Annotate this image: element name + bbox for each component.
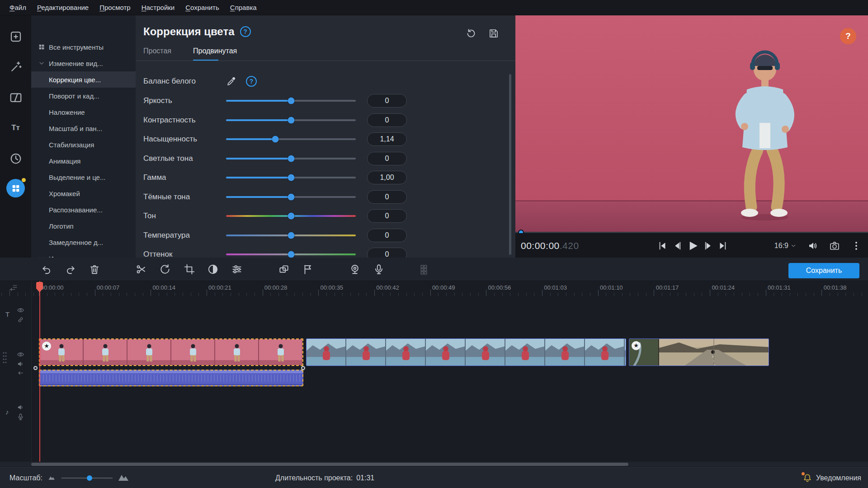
slider-thumb[interactable] <box>288 251 294 258</box>
microphone-record-icon[interactable] <box>373 263 385 275</box>
menu-item[interactable]: Сохранить <box>185 4 219 11</box>
audio-link-handle-left[interactable] <box>33 366 38 370</box>
cut-scissors-icon[interactable] <box>135 263 147 275</box>
import-media-icon[interactable] <box>8 28 24 44</box>
slider-thumb[interactable] <box>288 232 294 239</box>
slider[interactable] <box>226 173 356 182</box>
tool-panel-item[interactable]: Коррекция цве... <box>31 71 136 88</box>
title-track-visibility-eye-icon[interactable] <box>17 306 24 314</box>
slider[interactable] <box>226 231 356 240</box>
grid-view-icon[interactable] <box>419 263 431 275</box>
title-track-link-icon[interactable] <box>17 316 24 324</box>
slider-thumb[interactable] <box>272 136 279 143</box>
slider-thumb[interactable] <box>288 98 294 104</box>
tool-panel-item[interactable]: Стабилизация <box>31 136 136 153</box>
slider-thumb[interactable] <box>288 155 294 162</box>
slider-thumb[interactable] <box>288 193 294 200</box>
notifications-button[interactable]: Уведомления <box>802 468 861 488</box>
zoom-slider-thumb[interactable] <box>87 475 92 481</box>
tool-panel-item[interactable]: Логотип <box>31 218 136 234</box>
video-track-drag-handle[interactable] <box>2 351 9 358</box>
video-track-arrow-icon[interactable] <box>17 369 24 377</box>
play-button[interactable] <box>686 239 699 253</box>
tool-panel-item[interactable]: Изменение зву... <box>31 250 136 258</box>
video-clip-red-hoodie[interactable] <box>306 338 626 366</box>
audio-track-mute-speaker-icon[interactable] <box>17 404 24 411</box>
tool-panel-item[interactable]: Хромакей <box>31 185 136 202</box>
slider[interactable] <box>226 250 356 258</box>
slider[interactable] <box>226 116 356 125</box>
tool-panel-item[interactable]: Наложение <box>31 104 136 120</box>
tool-panel-item[interactable]: Все инструменты <box>31 39 136 55</box>
tab-simple[interactable]: Простая <box>143 47 171 61</box>
save-button[interactable]: Сохранить <box>788 263 859 278</box>
slider[interactable] <box>226 211 356 221</box>
slider-thumb[interactable] <box>288 213 294 220</box>
video-track-mute-speaker-icon[interactable] <box>17 360 24 368</box>
aspect-ratio-selector[interactable]: 16:9 <box>774 242 797 250</box>
help-button[interactable]: ? <box>840 28 856 44</box>
clip-properties-icon[interactable] <box>231 263 243 275</box>
title-track-icon: T <box>5 310 9 318</box>
slider-thumb[interactable] <box>288 117 294 123</box>
help-icon[interactable]: ? <box>240 26 251 37</box>
video-track-visibility-eye-icon[interactable] <box>17 351 24 358</box>
reset-icon[interactable] <box>466 28 476 39</box>
timeline-zoom-slider[interactable] <box>61 475 113 481</box>
video-clip-skateboard[interactable]: ★ <box>629 338 769 366</box>
snapshot-camera-icon[interactable] <box>829 240 840 251</box>
menu-item[interactable]: Редактирование <box>37 4 89 11</box>
rotate-icon[interactable] <box>159 263 171 275</box>
save-preset-icon[interactable] <box>488 28 499 39</box>
more-tools-apps-grid-icon[interactable] <box>6 179 25 197</box>
menu-item[interactable]: Справка <box>230 4 257 11</box>
slider[interactable] <box>226 154 356 163</box>
crop-icon[interactable] <box>184 263 195 275</box>
menu-item[interactable]: Просмотр <box>99 4 131 11</box>
overlay-clips-icon[interactable] <box>278 263 290 275</box>
playhead-line[interactable] <box>39 281 40 462</box>
add-track-icon[interactable] <box>10 283 18 291</box>
tool-panel-item[interactable]: Замедленное д... <box>31 234 136 250</box>
redo-icon[interactable] <box>65 263 76 275</box>
white-balance-help-icon[interactable]: ? <box>246 76 257 87</box>
linked-audio-clip[interactable] <box>39 370 303 386</box>
skip-to-end-button[interactable] <box>717 240 729 252</box>
next-frame-button[interactable] <box>703 240 714 252</box>
eyedropper-icon[interactable] <box>226 76 237 87</box>
titles-icon[interactable]: Тт <box>8 120 24 136</box>
clock-icon[interactable] <box>8 150 24 166</box>
webcam-record-icon[interactable] <box>349 263 361 275</box>
volume-icon[interactable] <box>807 240 818 251</box>
tool-panel-item[interactable]: Поворот и кад... <box>31 88 136 104</box>
slider[interactable] <box>226 96 356 105</box>
tool-panel-item[interactable]: Распознавание... <box>31 202 136 218</box>
marker-flag-icon[interactable] <box>302 263 314 275</box>
audio-link-handle-right[interactable] <box>301 366 305 370</box>
color-adjustments-icon[interactable] <box>207 263 219 275</box>
slider-thumb[interactable] <box>288 174 294 181</box>
tool-panel-item[interactable]: Выделение и це... <box>31 169 136 185</box>
filters-magic-wand-icon[interactable] <box>8 59 24 75</box>
zoom-in-mountain-icon[interactable] <box>118 473 129 483</box>
tool-panel-item[interactable]: Масштаб и пан... <box>31 120 136 136</box>
tool-panel-item[interactable]: Изменение вид... <box>31 55 136 71</box>
settings-scrollbar[interactable] <box>509 74 511 255</box>
scrollbar-thumb[interactable] <box>31 463 628 466</box>
slider[interactable] <box>226 135 356 144</box>
transitions-icon[interactable] <box>8 89 24 105</box>
menu-item[interactable]: Настройки <box>142 4 175 11</box>
skip-to-start-button[interactable] <box>656 240 668 252</box>
delete-icon[interactable] <box>89 263 100 275</box>
previous-frame-button[interactable] <box>671 240 683 252</box>
menu-item[interactable]: Файл <box>9 4 26 11</box>
tool-panel-item[interactable]: Анимация <box>31 153 136 169</box>
tab-advanced[interactable]: Продвинутая <box>193 47 237 61</box>
video-clip-dancer[interactable]: ★ <box>39 338 303 366</box>
timeline-ruler[interactable]: 00:00:0000:00:0700:00:1400:00:2100:00:28… <box>0 281 868 296</box>
kebab-menu-icon[interactable] <box>851 240 862 251</box>
audio-track-mic-icon[interactable] <box>17 413 24 421</box>
slider[interactable] <box>226 192 356 202</box>
undo-icon[interactable] <box>41 263 52 275</box>
zoom-out-mountain-icon[interactable] <box>48 474 56 483</box>
